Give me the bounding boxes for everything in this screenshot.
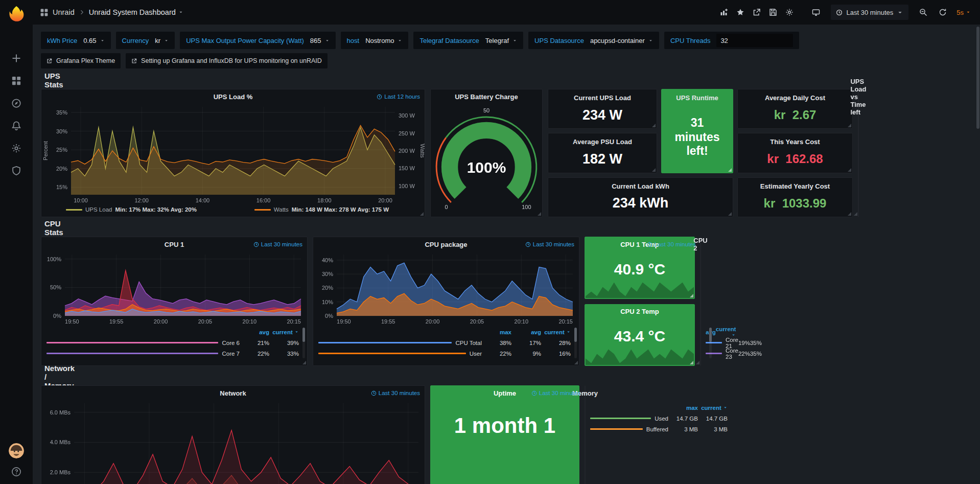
section-title: CPU Stats (44, 219, 63, 237)
dashboard-link[interactable]: Setting up Grafana and InfluxDB for UPS … (126, 53, 328, 68)
share-button[interactable] (749, 5, 764, 19)
variable-value[interactable]: Telegraf (485, 37, 517, 44)
panel-title[interactable]: Estimated Yearly Cost (738, 182, 852, 190)
variable-input[interactable]: 32 (716, 34, 793, 47)
time-picker[interactable]: Last 30 minutes (831, 5, 908, 20)
grafana-logo[interactable] (6, 5, 27, 26)
legend-row[interactable]: User22%9%16% (318, 348, 571, 359)
panel-time-override[interactable]: Last 12 hours (377, 94, 420, 100)
panel-title[interactable]: Average PSU Load (548, 138, 657, 146)
dashboards-icon[interactable] (5, 70, 28, 92)
zoom-out-button[interactable] (916, 5, 931, 19)
panel-title[interactable]: UPS Load % (214, 93, 253, 101)
dashboard-settings-button[interactable] (782, 5, 797, 19)
add-panel-button[interactable] (716, 5, 732, 19)
scrollbar-thumb[interactable] (976, 27, 979, 129)
cpu1-chart[interactable] (41, 251, 307, 326)
clock-icon (525, 242, 531, 247)
panel-current-ups-load: Current UPS Load 234 W (548, 89, 657, 129)
variable-value[interactable]: kr (155, 37, 169, 44)
time-label: Last 30 minutes (379, 390, 420, 396)
legend-row[interactable]: Used14.7 GB14.7 GB (590, 413, 728, 424)
legend-scrollbar[interactable] (574, 328, 577, 358)
clock-icon (647, 242, 652, 247)
panel-cpu2-temp: CPU 2 Temp 43.4 °C (585, 304, 695, 366)
panel-title[interactable]: UPS Battery Charge (455, 93, 518, 101)
variable-ups-max-output-power-capacity-watt-[interactable]: UPS Max Output Power Capacity (Watt)865 (180, 32, 335, 49)
variable-value[interactable]: 865 (310, 37, 330, 44)
save-button[interactable] (765, 5, 781, 19)
create-icon[interactable] (5, 47, 28, 70)
legend-sort-max[interactable]: max (482, 329, 511, 335)
panel-cpu-2: CPU 2 Last 30 minutes avgcurrent Core 21… (700, 237, 701, 366)
explore-icon[interactable] (5, 92, 28, 114)
panel-title[interactable]: Average Daily Cost (738, 94, 852, 102)
ups-load-chart[interactable] (41, 104, 425, 205)
panel-title[interactable]: Current Load kWh (548, 182, 733, 190)
panel-time-override[interactable]: Last 30 minutes (647, 241, 696, 247)
legend-sort-current[interactable]: current (541, 329, 571, 335)
variable-host[interactable]: hostNostromo (341, 32, 409, 49)
legend-swatch (318, 353, 466, 354)
cpu1-temp-sparkline (586, 280, 694, 298)
legend-row[interactable]: Core 722%33% (46, 348, 299, 359)
variable-currency[interactable]: Currencykr (116, 32, 175, 49)
panel-time-override[interactable]: Last 30 minutes (253, 241, 302, 247)
panel-cpu-1: CPU 1 Last 30 minutes avgcurrent Core 62… (41, 237, 308, 366)
dashboard-title[interactable]: Unraid System Dashboard (89, 8, 183, 16)
breadcrumb-folder[interactable]: Unraid (53, 8, 75, 16)
refresh-button[interactable] (935, 5, 950, 19)
ups-stats-grid: Current UPS Load 234 W UPS Runtime 31 mi… (548, 89, 853, 217)
legend-item-ups-load[interactable]: UPS Load Min: 17% Max: 32% Avg: 20% (66, 206, 197, 213)
panel-title[interactable]: UPS Load vs Time left (850, 78, 866, 116)
star-button[interactable] (733, 5, 748, 19)
legend-item-watts[interactable]: Watts Min: 148 W Max: 278 W Avg: 175 W (254, 206, 389, 213)
variable-value[interactable]: 0.65 (83, 37, 104, 44)
panel-title[interactable]: CPU 1 (165, 241, 184, 248)
legend-scrollbar[interactable] (302, 328, 305, 358)
legend-swatch (706, 342, 722, 343)
help-icon[interactable] (5, 467, 28, 477)
legend-sort-avg[interactable]: avg (240, 329, 269, 335)
legend-header: maxavgcurrent (318, 327, 571, 337)
navbar: Unraid Unraid System Dashboard Last 30 m… (33, 0, 980, 25)
panel-title[interactable]: UPS Runtime (662, 94, 733, 102)
variable-value[interactable]: Nostromo (365, 37, 402, 44)
dashboard-link[interactable]: Grafana Plex Theme (41, 53, 121, 68)
cycle-view-button[interactable] (808, 5, 824, 19)
legend-sort-current[interactable]: current (269, 329, 299, 335)
panel-time-override[interactable]: Last 30 minutes (531, 390, 580, 396)
panel-title[interactable]: Current UPS Load (548, 94, 657, 102)
variable-cpu-threads[interactable]: CPU Threads32 (664, 32, 800, 49)
user-avatar[interactable] (9, 443, 24, 458)
variable-ups-datasource[interactable]: UPS Datasourceapcupsd-container (528, 32, 659, 49)
variable-kwh-price[interactable]: kWh Price0.65 (41, 32, 111, 49)
legend-sort-max[interactable]: max (668, 405, 698, 411)
legend-swatch (318, 342, 452, 343)
server-admin-icon[interactable] (5, 159, 28, 182)
battery-gauge[interactable] (431, 104, 542, 217)
network-chart[interactable] (41, 400, 425, 484)
variable-value[interactable]: apcupsd-container (590, 37, 653, 44)
panel-title[interactable]: CPU package (425, 241, 467, 248)
alerting-icon[interactable] (5, 114, 28, 137)
legend-swatch (46, 342, 218, 343)
legend-row[interactable]: Core 621%39% (46, 337, 299, 348)
panel-title[interactable]: CPU 2 Temp (620, 308, 659, 315)
panel-time-override[interactable]: Last 30 minutes (525, 241, 574, 247)
panel-title[interactable]: This Years Cost (738, 138, 852, 146)
panel-title[interactable]: Network (220, 389, 246, 397)
legend-row[interactable]: CPU Total38%17%28% (318, 337, 571, 348)
panel-time-override[interactable]: Last 30 minutes (371, 390, 420, 396)
caret-down-icon (966, 10, 971, 15)
configuration-icon[interactable] (5, 137, 28, 159)
legend-sort-avg[interactable]: avg (511, 329, 541, 335)
legend-scrollbar[interactable] (709, 328, 712, 358)
refresh-interval-picker[interactable]: 5s (954, 9, 973, 16)
cpu-package-chart[interactable] (313, 251, 579, 326)
variable-label: host (347, 37, 360, 44)
legend-sort-current[interactable]: current (698, 405, 728, 411)
panel-title[interactable]: Uptime (494, 389, 516, 397)
variable-telegraf-datasource[interactable]: Telegraf DatasourceTelegraf (413, 32, 523, 49)
legend-row[interactable]: Buffered3 MB3 MB (590, 424, 728, 434)
